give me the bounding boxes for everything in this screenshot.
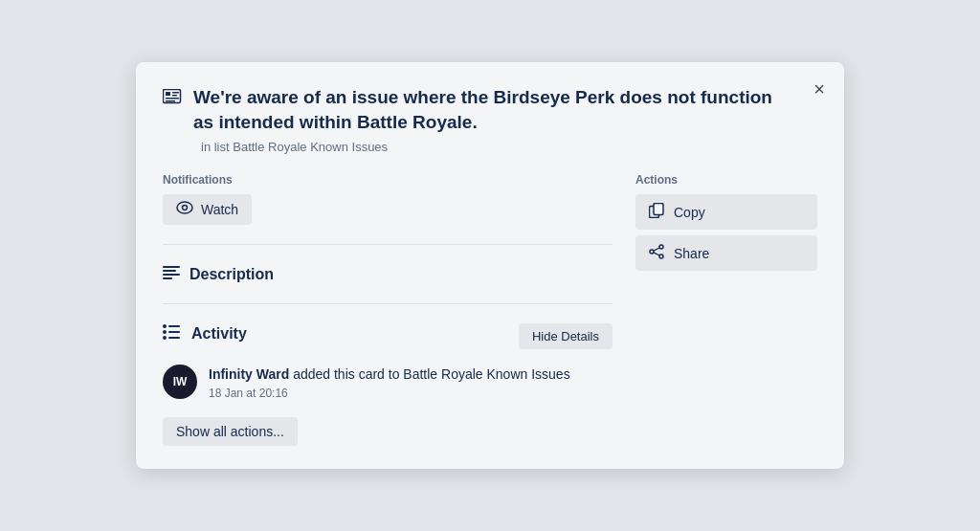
copy-icon <box>649 203 664 221</box>
card-subtitle: in list Battle Royale Known Issues <box>163 140 817 154</box>
svg-rect-13 <box>168 325 180 327</box>
svg-rect-8 <box>163 266 180 268</box>
svg-rect-15 <box>168 331 180 333</box>
close-button[interactable]: × <box>810 76 829 102</box>
activity-icon <box>163 324 182 343</box>
activity-user: Infinity Ward <box>209 366 289 382</box>
svg-point-12 <box>163 324 167 328</box>
main-layout: Notifications Watch <box>163 173 817 446</box>
notifications-section: Notifications Watch <box>163 173 612 225</box>
show-all-actions-button[interactable]: Show all actions... <box>163 417 298 446</box>
description-icon <box>163 264 180 284</box>
left-column: Notifications Watch <box>163 173 612 446</box>
description-section: Description <box>163 264 612 284</box>
share-icon <box>649 244 664 262</box>
avatar: IW <box>163 365 197 399</box>
eye-icon <box>176 201 193 218</box>
svg-rect-9 <box>163 270 176 272</box>
card-title: We're aware of an issue where the Birdse… <box>193 85 789 134</box>
svg-rect-5 <box>166 100 175 102</box>
activity-item: IW Infinity Ward added this card to Batt… <box>163 365 612 400</box>
watch-button[interactable]: Watch <box>163 194 252 225</box>
svg-rect-2 <box>172 92 179 94</box>
description-heading: Description <box>189 266 274 283</box>
activity-heading: Activity <box>191 325 247 343</box>
share-label: Share <box>674 246 709 261</box>
svg-point-14 <box>163 330 167 334</box>
svg-point-7 <box>183 206 188 210</box>
activity-action: added this card to Battle Royale Known I… <box>289 366 569 382</box>
divider-1 <box>163 244 612 245</box>
svg-rect-4 <box>166 98 179 100</box>
activity-text: Infinity Ward added this card to Battle … <box>209 365 570 385</box>
share-button[interactable]: Share <box>635 235 817 271</box>
svg-line-24 <box>654 253 659 255</box>
svg-rect-3 <box>172 95 177 97</box>
activity-heading-group: Activity <box>163 324 247 343</box>
copy-label: Copy <box>674 205 705 220</box>
hide-details-button[interactable]: Hide Details <box>519 323 612 349</box>
svg-point-6 <box>177 202 192 213</box>
svg-rect-11 <box>163 277 172 279</box>
activity-header: Activity Hide Details <box>163 323 612 349</box>
activity-section: Activity Hide Details IW Infinity Ward a… <box>163 323 612 446</box>
card-header: We're aware of an issue where the Birdse… <box>163 85 817 134</box>
svg-rect-1 <box>166 92 170 96</box>
divider-2 <box>163 303 612 304</box>
card-container: × We're aware of an issue where the Bird… <box>136 62 844 469</box>
watch-label: Watch <box>201 202 238 217</box>
activity-content: Infinity Ward added this card to Battle … <box>209 365 570 400</box>
svg-rect-19 <box>654 204 663 215</box>
svg-rect-10 <box>163 274 180 276</box>
svg-rect-17 <box>168 337 180 339</box>
svg-point-21 <box>659 254 663 258</box>
svg-point-22 <box>650 250 654 254</box>
card-type-icon <box>163 89 182 108</box>
svg-point-16 <box>163 336 167 340</box>
right-column: Actions Copy <box>635 173 817 446</box>
activity-time: 18 Jan at 20:16 <box>209 387 570 400</box>
actions-label: Actions <box>635 173 817 187</box>
svg-line-23 <box>654 248 659 251</box>
copy-button[interactable]: Copy <box>635 194 817 230</box>
svg-point-20 <box>659 245 663 249</box>
notifications-label: Notifications <box>163 173 612 187</box>
